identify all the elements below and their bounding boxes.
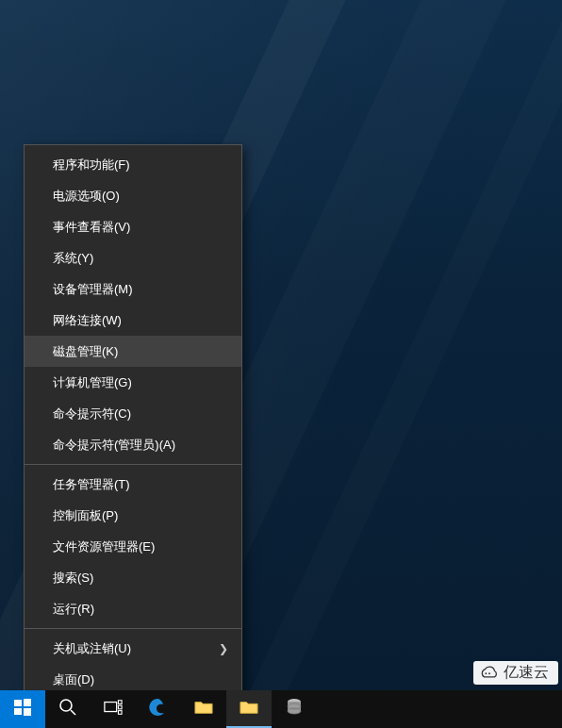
file-explorer-button[interactable]	[181, 690, 226, 728]
svg-rect-3	[24, 699, 31, 706]
windows-logo-icon	[13, 698, 32, 720]
menu-item-search[interactable]: 搜索(S)	[25, 562, 241, 593]
database-icon	[285, 698, 304, 720]
menu-item-label: 程序和功能(F)	[53, 157, 130, 174]
menu-item-shutdown-signout[interactable]: 关机或注销(U) ❯	[25, 633, 241, 664]
taskbar	[0, 690, 562, 728]
menu-item-command-prompt[interactable]: 命令提示符(C)	[25, 398, 241, 429]
menu-item-label: 桌面(D)	[53, 671, 94, 688]
menu-item-label: 任务管理器(T)	[53, 476, 130, 493]
svg-rect-8	[105, 703, 117, 712]
svg-point-6	[60, 700, 72, 711]
menu-item-label: 运行(R)	[53, 601, 94, 618]
edge-icon	[149, 698, 168, 720]
menu-item-command-prompt-admin[interactable]: 命令提示符(管理员)(A)	[25, 429, 241, 460]
menu-item-label: 磁盘管理(K)	[53, 343, 118, 360]
start-button[interactable]	[0, 690, 45, 728]
menu-item-label: 搜索(S)	[53, 570, 93, 587]
svg-rect-2	[14, 700, 22, 706]
svg-line-7	[71, 710, 75, 715]
menu-item-power-options[interactable]: 电源选项(O)	[25, 180, 241, 211]
menu-item-run[interactable]: 运行(R)	[25, 593, 241, 624]
edge-button[interactable]	[136, 690, 181, 728]
svg-rect-9	[118, 701, 122, 704]
svg-rect-4	[14, 708, 22, 715]
menu-item-system[interactable]: 系统(Y)	[25, 242, 241, 273]
menu-item-label: 设备管理器(M)	[53, 281, 133, 298]
svg-rect-10	[118, 705, 122, 709]
svg-point-0	[485, 673, 487, 675]
menu-item-label: 网络连接(W)	[53, 312, 122, 329]
folder-icon	[194, 698, 213, 720]
taskview-button[interactable]	[91, 690, 136, 728]
menu-item-file-explorer[interactable]: 文件资源管理器(E)	[25, 531, 241, 562]
menu-item-control-panel[interactable]: 控制面板(P)	[25, 500, 241, 531]
watermark-text: 亿速云	[504, 663, 549, 683]
menu-item-event-viewer[interactable]: 事件查看器(V)	[25, 211, 241, 242]
file-explorer-running-button[interactable]	[226, 690, 272, 728]
menu-item-label: 关机或注销(U)	[53, 640, 131, 657]
svg-rect-11	[118, 711, 122, 715]
menu-item-label: 命令提示符(管理员)(A)	[53, 437, 175, 454]
menu-item-label: 控制面板(P)	[53, 507, 118, 524]
svg-rect-5	[24, 708, 31, 716]
menu-item-device-manager[interactable]: 设备管理器(M)	[25, 273, 241, 305]
menu-item-label: 系统(Y)	[53, 250, 93, 267]
folder-icon	[240, 698, 258, 720]
menu-item-programs-features[interactable]: 程序和功能(F)	[25, 149, 241, 180]
menu-item-label: 事件查看器(V)	[53, 219, 130, 236]
menu-item-task-manager[interactable]: 任务管理器(T)	[25, 469, 241, 500]
cloud-icon	[479, 665, 500, 682]
menu-item-disk-management[interactable]: 磁盘管理(K)	[25, 336, 241, 367]
menu-separator	[25, 464, 241, 465]
taskview-icon	[104, 698, 123, 720]
menu-item-label: 文件资源管理器(E)	[53, 538, 155, 555]
svg-point-1	[488, 673, 490, 675]
menu-separator	[25, 628, 241, 629]
menu-item-label: 计算机管理(G)	[53, 374, 132, 391]
menu-item-label: 电源选项(O)	[53, 188, 120, 205]
taskbar-search-button[interactable]	[45, 690, 91, 728]
menu-item-computer-management[interactable]: 计算机管理(G)	[25, 367, 241, 398]
database-app-button[interactable]	[272, 690, 317, 728]
watermark-badge: 亿速云	[473, 661, 558, 685]
search-icon	[58, 698, 77, 720]
menu-item-label: 命令提示符(C)	[53, 405, 131, 422]
winx-context-menu: 程序和功能(F) 电源选项(O) 事件查看器(V) 系统(Y) 设备管理器(M)…	[24, 144, 242, 700]
chevron-right-icon: ❯	[219, 642, 228, 655]
menu-item-network-connections[interactable]: 网络连接(W)	[25, 305, 241, 336]
